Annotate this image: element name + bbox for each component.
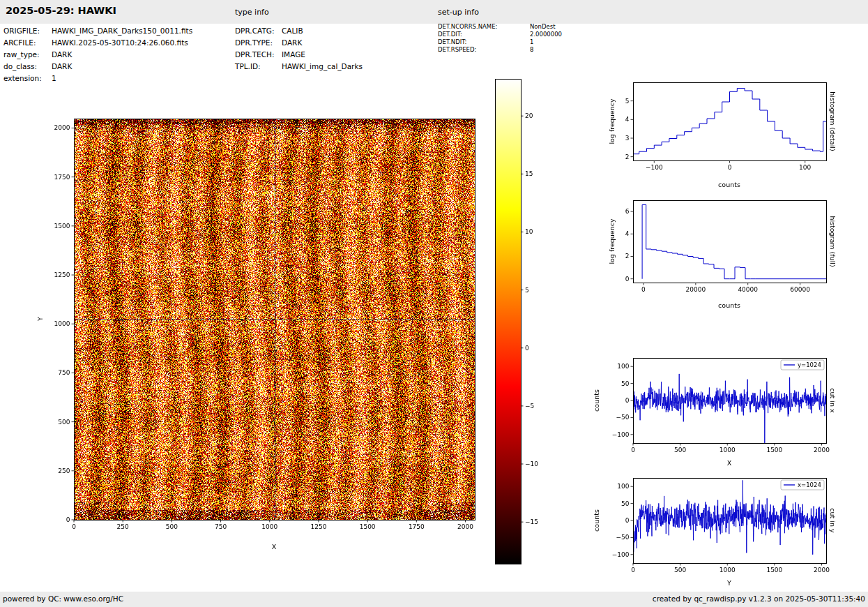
metadata-label: extension:: [3, 73, 52, 84]
metadata-row: raw_type:DARK: [3, 49, 192, 61]
svg-text:0: 0: [728, 164, 732, 171]
svg-text:3: 3: [625, 135, 630, 142]
type-info-heading: type info: [235, 8, 269, 17]
metadata-row: ORIGFILE:HAWKI_IMG_DARK_Darks150_0011.fi…: [3, 25, 192, 37]
svg-text:250: 250: [58, 467, 70, 474]
histogram-full-x-axis-label: counts: [718, 301, 740, 309]
svg-text:60000: 60000: [790, 286, 810, 293]
metadata-row: DET.NCORRS.NAME:NonDest: [438, 23, 562, 31]
svg-text:0: 0: [525, 345, 529, 352]
svg-text:−5: −5: [525, 403, 534, 410]
svg-text:100: 100: [617, 363, 629, 370]
file-info-block: ORIGFILE:HAWKI_IMG_DARK_Darks150_0011.fi…: [3, 25, 192, 84]
histogram-detail-side-label: histogram (detail): [829, 91, 837, 151]
metadata-label: DPR.TYPE:: [235, 37, 282, 49]
svg-text:2000: 2000: [814, 447, 830, 454]
metadata-label: DET.NCORRS.NAME:: [438, 23, 530, 31]
metadata-label: ARCFILE:: [3, 37, 52, 49]
svg-text:2: 2: [625, 253, 630, 260]
histogram-detail-x-axis-label: counts: [718, 181, 740, 188]
svg-text:750: 750: [215, 523, 227, 530]
metadata-row: DET.RSPEED:8: [438, 46, 562, 54]
svg-text:100: 100: [799, 164, 811, 171]
metadata-value: 1: [52, 74, 56, 82]
svg-text:4: 4: [625, 116, 630, 123]
svg-text:x=1024: x=1024: [798, 481, 821, 488]
svg-text:1000: 1000: [719, 447, 736, 454]
cut-y-x-axis-label: Y: [727, 579, 731, 587]
cut-x-y-axis-label: counts: [593, 389, 600, 412]
svg-text:2000: 2000: [814, 567, 830, 574]
footer-bar: powered by QC: www.eso.org/HC created by…: [0, 592, 868, 607]
svg-text:1000: 1000: [719, 567, 736, 574]
svg-text:0: 0: [66, 516, 70, 523]
svg-text:2: 2: [625, 153, 630, 160]
metadata-row: do_class:DARK: [3, 61, 192, 73]
metadata-value: IMAGE: [282, 50, 305, 59]
type-info-block: DPR.CATG:CALIBDPR.TYPE:DARKDPR.TECH:IMAG…: [235, 25, 363, 73]
metadata-value: DARK: [52, 62, 72, 70]
svg-text:0: 0: [72, 523, 76, 530]
metadata-label: raw_type:: [3, 49, 52, 61]
metadata-label: DET.RSPEED:: [438, 46, 530, 54]
page-title: 2025-05-29: HAWKI: [6, 5, 116, 16]
metadata-value: HAWKI.2025-05-30T10:24:26.060.fits: [52, 38, 188, 47]
svg-text:−100: −100: [612, 551, 630, 558]
svg-text:500: 500: [58, 419, 70, 426]
svg-text:500: 500: [674, 447, 686, 454]
cut-y-side-label: cut in y: [829, 508, 837, 532]
svg-text:15: 15: [525, 170, 533, 177]
setup-info-heading: set-up info: [438, 8, 479, 17]
cut-x-x-axis-label: X: [727, 459, 732, 467]
histogram-detail-y-axis-label: log frequency: [608, 98, 616, 144]
metadata-label: ORIGFILE:: [3, 25, 52, 37]
svg-text:750: 750: [58, 369, 70, 376]
histogram-full-side-label: histogram (full): [829, 216, 837, 267]
svg-text:500: 500: [166, 523, 178, 530]
metadata-value: DARK: [282, 38, 302, 47]
colorbar: [495, 79, 521, 564]
metadata-label: DET.DIT:: [438, 31, 530, 38]
metadata-label: do_class:: [3, 61, 52, 73]
cut-x-side-label: cut in x: [829, 388, 837, 412]
metadata-row: DPR.CATG:CALIB: [235, 25, 363, 37]
metadata-row: ARCFILE:HAWKI.2025-05-30T10:24:26.060.fi…: [3, 37, 192, 49]
svg-text:−100: −100: [612, 431, 630, 438]
metadata-row: extension:1: [3, 73, 192, 84]
metadata-value: 2.0000000: [530, 31, 562, 38]
metadata-value: 8: [530, 46, 533, 53]
svg-text:1000: 1000: [261, 523, 277, 530]
svg-text:6: 6: [625, 208, 630, 215]
svg-text:0: 0: [625, 397, 630, 404]
metadata-value: DARK: [52, 50, 72, 59]
svg-text:1750: 1750: [409, 523, 425, 530]
metadata-value: 1: [530, 38, 533, 45]
svg-text:5: 5: [525, 287, 529, 294]
svg-text:1250: 1250: [54, 271, 70, 278]
footer-credit-right: created by qc_rawdisp.py v1.2.3 on 2025-…: [653, 594, 865, 603]
svg-text:−15: −15: [525, 518, 538, 525]
qc-report-page: 2025-05-29: HAWKI type info set-up info …: [0, 0, 868, 607]
svg-text:50: 50: [621, 380, 630, 387]
svg-text:1000: 1000: [54, 320, 70, 327]
svg-text:5: 5: [625, 98, 630, 105]
main-image-x-axis-label: X: [272, 543, 277, 550]
svg-text:20000: 20000: [686, 286, 706, 293]
svg-text:1250: 1250: [310, 523, 326, 530]
svg-text:50: 50: [621, 500, 630, 507]
svg-text:−100: −100: [646, 164, 663, 171]
svg-text:40000: 40000: [738, 286, 758, 293]
svg-text:1500: 1500: [54, 223, 70, 230]
setup-info-block: DET.NCORRS.NAME:NonDestDET.DIT:2.0000000…: [438, 23, 562, 54]
metadata-label: DPR.TECH:: [235, 49, 282, 61]
metadata-label: DET.NDIT:: [438, 38, 530, 46]
svg-text:0: 0: [631, 567, 635, 574]
metadata-row: DPR.TECH:IMAGE: [235, 49, 363, 61]
svg-text:1500: 1500: [360, 523, 376, 530]
dark-frame-image: [74, 119, 475, 520]
svg-text:2000: 2000: [457, 523, 473, 530]
svg-text:2000: 2000: [54, 124, 70, 131]
metadata-row: DET.NDIT:1: [438, 38, 562, 46]
svg-text:1500: 1500: [766, 567, 782, 574]
histogram-full-y-axis-label: log frequency: [608, 218, 616, 264]
